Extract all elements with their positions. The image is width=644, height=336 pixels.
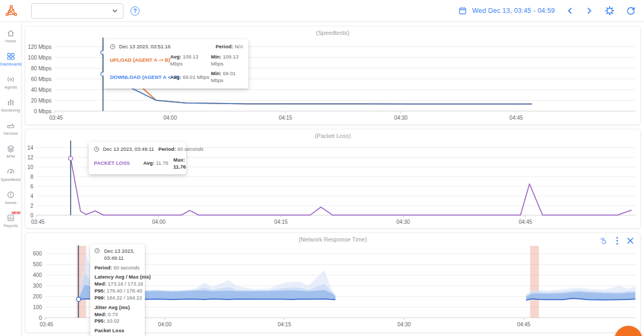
svg-text:04:15: 04:15 [279, 115, 292, 121]
chart-title-network-response-time: (Network Response Time) [25, 233, 640, 244]
svg-text:04:45: 04:45 [509, 115, 523, 121]
svg-text:04:45: 04:45 [517, 322, 530, 327]
svg-text:03:45: 03:45 [31, 219, 45, 225]
home-icon [6, 29, 15, 38]
sidebar-item-label: Monitoring [1, 108, 20, 113]
svg-text:120 Mbps: 120 Mbps [28, 44, 52, 50]
svg-text:04:45: 04:45 [519, 219, 532, 225]
svg-text:400: 400 [33, 272, 42, 278]
svg-text:04:15: 04:15 [277, 322, 291, 327]
dashboard-select[interactable] [31, 3, 123, 19]
svg-text:6: 6 [30, 184, 33, 189]
topbar: ? Wed Dec 13, 03:45 - 04:59 [0, 0, 644, 22]
sidebar-item-label: Home [5, 39, 16, 43]
sidebar-item-label: Devices [4, 131, 18, 136]
svg-text:4: 4 [30, 193, 33, 199]
chart-title-speedtests: (Speedtests) [25, 26, 640, 37]
tooltip-timestamp: Dec 13 2023,03:49:11 [104, 248, 135, 262]
sidebar-item-label: Issues [5, 200, 17, 205]
svg-text:40 Mbps: 40 Mbps [31, 87, 52, 93]
svg-text:04:30: 04:30 [397, 219, 410, 225]
tooltip-timestamp: Dec 13 2023, 03:49:11 [103, 146, 154, 152]
reports-chart-icon [6, 214, 15, 222]
sidebar-item-reports[interactable]: NEW! Reports [0, 209, 21, 232]
clock-icon [110, 44, 115, 49]
sidebar-item-label: APM [6, 154, 15, 159]
speedtests-tooltip: Dec 13 2023, 03:51:16 Period: N/A UPLOAD… [104, 39, 248, 89]
sidebar-item-agents[interactable]: Agents [0, 71, 21, 94]
chart-actions [599, 237, 634, 245]
sidebar-item-speedtests[interactable]: Speedtests [0, 163, 21, 186]
sidebar-item-label: Speedtests [1, 177, 21, 182]
dashboards-grid-icon [6, 52, 15, 61]
monitoring-bars-icon [6, 98, 15, 107]
svg-text:100 Mbps: 100 Mbps [28, 55, 52, 61]
svg-text:20 Mbps: 20 Mbps [31, 98, 52, 104]
brand-logo[interactable] [0, 4, 22, 18]
svg-text:04:00: 04:00 [163, 115, 177, 121]
svg-text:100: 100 [33, 304, 42, 310]
date-range[interactable]: Wed Dec 13, 03:45 - 04:59 [472, 7, 555, 14]
svg-text:600: 600 [33, 251, 42, 257]
new-badge: NEW! [12, 211, 21, 215]
series-upload-label: UPLOAD (AGENT A -> B) [110, 57, 170, 64]
chevron-down-icon [112, 8, 118, 14]
help-icon[interactable]: ? [130, 6, 140, 16]
sidebar-item-monitoring[interactable]: Monitoring [0, 94, 21, 117]
svg-text:10: 10 [27, 164, 34, 170]
svg-text:2: 2 [30, 203, 33, 209]
svg-text:04:30: 04:30 [397, 322, 411, 327]
svg-text:300: 300 [33, 283, 42, 289]
clock-icon [94, 248, 100, 262]
sidebar-item-label: Agents [4, 85, 17, 90]
sidebar-item-devices[interactable]: Devices [0, 117, 21, 140]
svg-text:03:45: 03:45 [49, 115, 63, 121]
calendar-icon[interactable] [457, 6, 468, 15]
sidebar-item-issues[interactable]: Issues [0, 186, 21, 209]
svg-text:8: 8 [30, 174, 33, 180]
svg-text:0: 0 [30, 213, 33, 218]
sidebar-item-label: Reports [4, 223, 18, 228]
topbar-right: Wed Dec 13, 03:45 - 04:59 [457, 6, 644, 16]
svg-text:04:00: 04:00 [158, 322, 171, 327]
apm-layers-icon [6, 144, 15, 153]
kebab-menu-icon[interactable] [616, 237, 618, 245]
svg-text:12: 12 [27, 155, 34, 160]
svg-text:0: 0 [39, 315, 42, 321]
sidebar: Home Dashboards Agents Monitoring Device… [0, 22, 22, 336]
speedtest-gauge-icon [6, 167, 15, 176]
svg-text:03:45: 03:45 [40, 322, 53, 327]
svg-text:200: 200 [33, 294, 42, 300]
svg-text:80 Mbps: 80 Mbps [31, 65, 52, 71]
network-response-time-tooltip: Dec 13 2023,03:49:11 Period: 60 seconds … [90, 244, 145, 336]
next-period-button[interactable] [580, 7, 599, 14]
series-download-label: DOWNLOAD (AGENT A <- B) [110, 74, 170, 81]
agents-broadcast-icon [6, 75, 15, 84]
svg-text:04:15: 04:15 [274, 219, 288, 225]
network-logo-icon [4, 4, 18, 18]
chevron-left-icon [566, 7, 574, 14]
chevron-right-icon [586, 7, 593, 14]
svg-text:14: 14 [27, 145, 34, 151]
svg-text:04:30: 04:30 [394, 115, 407, 121]
sidebar-item-label: Dashboards [0, 62, 21, 67]
svg-text:0 Mbps: 0 Mbps [34, 108, 52, 114]
svg-text:04:00: 04:00 [152, 219, 165, 225]
clock-icon [94, 147, 99, 152]
chart-title-packet-loss: (Packet Loss) [25, 129, 640, 140]
sidebar-item-home[interactable]: Home [0, 25, 21, 48]
sidebar-item-apm[interactable]: APM [0, 140, 21, 163]
app-root: ? Wed Dec 13, 03:45 - 04:59 [0, 0, 644, 336]
interact-hand-icon[interactable] [599, 237, 608, 245]
tooltip-timestamp: Dec 13 2023, 03:51:16 [119, 43, 171, 49]
sidebar-item-dashboards[interactable]: Dashboards [0, 48, 21, 71]
refresh-icon[interactable] [620, 6, 636, 16]
svg-text:500: 500 [33, 261, 42, 267]
packet-loss-tooltip: Dec 13 2023, 03:49:11 Period: 60 seconds… [89, 142, 186, 174]
prev-period-button[interactable] [560, 7, 580, 14]
close-icon[interactable] [627, 237, 634, 244]
series-packet-loss-label: PACKET LOSS [94, 160, 143, 167]
svg-text:60 Mbps: 60 Mbps [31, 76, 52, 82]
devices-router-icon [6, 121, 15, 130]
settings-gear-icon[interactable] [599, 6, 620, 16]
